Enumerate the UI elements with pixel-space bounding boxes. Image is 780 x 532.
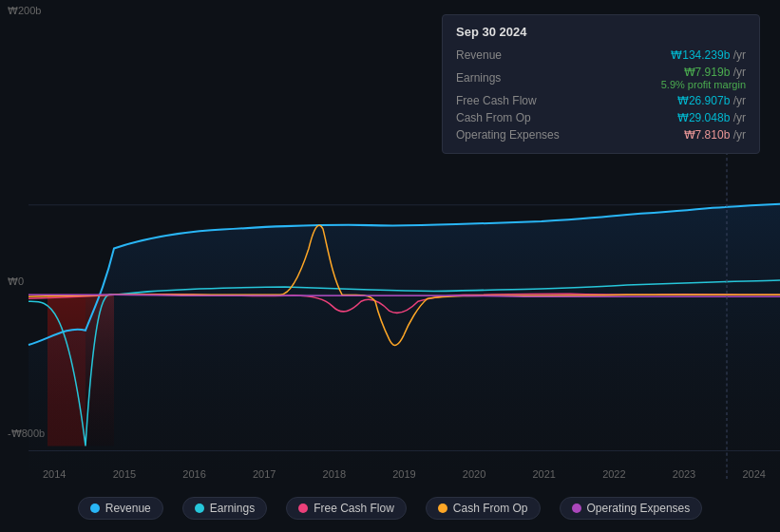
legend-label-opex: Operating Expenses xyxy=(587,502,691,515)
tooltip-row-fcf: Free Cash Flow ₩26.907b /yr xyxy=(456,92,746,109)
legend-label-fcf: Free Cash Flow xyxy=(314,502,394,515)
tooltip-date: Sep 30 2024 xyxy=(456,25,746,39)
tooltip-profit-margin: 5.9% profit margin xyxy=(661,79,746,90)
tooltip-row-cfo: Cash From Op ₩29.048b /yr xyxy=(456,109,746,126)
tooltip-label-earnings: Earnings xyxy=(456,71,580,85)
tooltip-row-opex: Operating Expenses ₩7.810b /yr xyxy=(456,126,746,143)
y-label-top: ₩200b xyxy=(8,5,41,17)
tooltip-label-revenue: Revenue xyxy=(456,48,580,62)
x-label-2015: 2015 xyxy=(113,468,136,480)
tooltip-row-revenue: Revenue ₩134.239b /yr xyxy=(456,47,746,64)
tooltip-label-opex: Operating Expenses xyxy=(456,128,580,142)
legend-dot-cfo xyxy=(438,504,447,513)
tooltip-value-earnings-group: ₩7.919b /yr 5.9% profit margin xyxy=(657,66,746,90)
chart-legend: Revenue Earnings Free Cash Flow Cash Fro… xyxy=(0,484,780,532)
legend-label-earnings: Earnings xyxy=(210,502,255,515)
x-label-2016: 2016 xyxy=(182,468,205,480)
chart-svg xyxy=(0,152,780,480)
tooltip-label-cfo: Cash From Op xyxy=(456,111,580,124)
legend-dot-revenue xyxy=(90,504,100,513)
legend-label-revenue: Revenue xyxy=(105,502,151,515)
tooltip-value-earnings: ₩7.919b /yr xyxy=(684,66,746,79)
data-tooltip: Sep 30 2024 Revenue ₩134.239b /yr Earnin… xyxy=(442,14,760,154)
legend-dot-fcf xyxy=(298,504,308,513)
legend-revenue[interactable]: Revenue xyxy=(78,497,163,520)
x-label-2020: 2020 xyxy=(463,468,485,480)
x-label-2023: 2023 xyxy=(673,468,695,480)
tooltip-value-opex: ₩7.810b /yr xyxy=(684,128,746,142)
legend-label-cfo: Cash From Op xyxy=(453,502,528,515)
chart-area xyxy=(0,152,780,480)
x-axis: 2014 2015 2016 2017 2018 2019 2020 2021 … xyxy=(29,468,780,480)
tooltip-label-fcf: Free Cash Flow xyxy=(456,94,580,107)
x-label-2021: 2021 xyxy=(532,468,555,480)
x-label-2019: 2019 xyxy=(392,468,415,480)
x-label-2024: 2024 xyxy=(742,468,765,480)
tooltip-value-revenue: ₩134.239b /yr xyxy=(671,48,746,62)
legend-dot-earnings xyxy=(195,504,204,513)
legend-earnings[interactable]: Earnings xyxy=(182,497,267,520)
legend-cfo[interactable]: Cash From Op xyxy=(426,497,541,520)
x-label-2017: 2017 xyxy=(253,468,276,480)
tooltip-row-earnings: Earnings ₩7.919b /yr 5.9% profit margin xyxy=(456,64,746,92)
x-label-2022: 2022 xyxy=(602,468,625,480)
x-label-2014: 2014 xyxy=(43,468,66,480)
legend-dot-opex xyxy=(572,504,581,513)
tooltip-value-fcf: ₩26.907b /yr xyxy=(677,94,746,107)
x-label-2018: 2018 xyxy=(323,468,346,480)
legend-fcf[interactable]: Free Cash Flow xyxy=(286,497,407,520)
legend-opex[interactable]: Operating Expenses xyxy=(560,497,703,520)
tooltip-value-cfo: ₩29.048b /yr xyxy=(677,111,746,124)
